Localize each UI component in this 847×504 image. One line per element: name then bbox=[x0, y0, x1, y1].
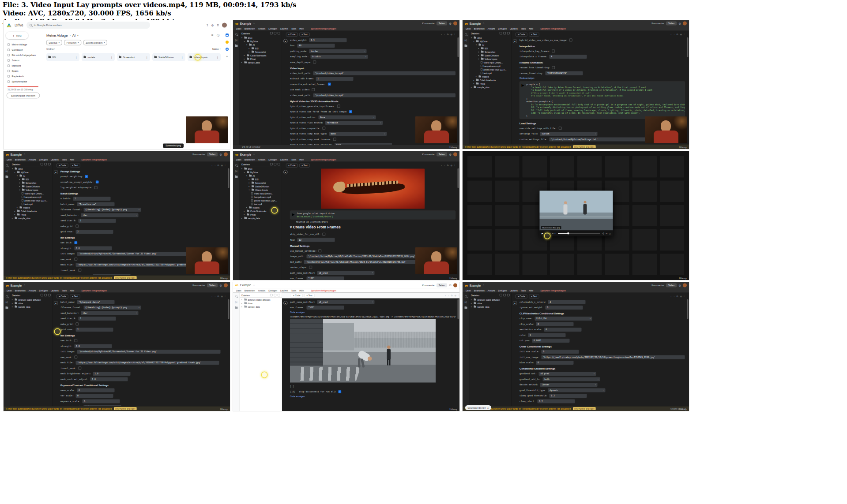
menu-item[interactable]: Ansicht bbox=[29, 289, 36, 292]
select-input[interactable]: x0_pred▾ bbox=[317, 300, 375, 304]
text-input[interactable]: "500" bbox=[307, 306, 344, 310]
text-input[interactable]: 0 bbox=[536, 361, 574, 365]
text-input[interactable]: 0.2 bbox=[538, 399, 575, 403]
tree-item[interactable]: pexels-max-lelux-1314... bbox=[10, 199, 53, 202]
checkbox[interactable] bbox=[75, 339, 78, 342]
text-input[interactable]: 2 bbox=[76, 328, 113, 332]
variables-icon[interactable]: {x} bbox=[235, 39, 237, 41]
share-button[interactable]: Teilen bbox=[437, 153, 447, 157]
tree-item[interactable]: ▸drive bbox=[10, 302, 53, 305]
text-input[interactable]: 0 bbox=[542, 350, 579, 354]
refresh-icon[interactable] bbox=[274, 294, 277, 297]
scrollbar[interactable] bbox=[687, 299, 689, 319]
avatar[interactable] bbox=[224, 284, 228, 287]
show-diff-link[interactable]: Unterschied anzeigen bbox=[114, 276, 136, 280]
run-cell-button[interactable]: ▶ bbox=[54, 170, 58, 175]
checkbox[interactable] bbox=[309, 266, 312, 269]
files-icon[interactable] bbox=[5, 307, 8, 309]
tree-item[interactable]: ▸Screenshot bbox=[10, 181, 53, 185]
text-input[interactable]: 0.0 bbox=[75, 246, 112, 250]
scrollbar[interactable] bbox=[228, 168, 230, 188]
add-text-button[interactable]: + Text bbox=[304, 294, 314, 298]
checkbox[interactable] bbox=[75, 258, 78, 261]
search-icon[interactable] bbox=[235, 34, 237, 36]
tree-item[interactable]: ▸deforum-stable-diffusion bbox=[240, 298, 282, 302]
menu-item[interactable]: Bearbeiten bbox=[245, 158, 255, 161]
tree-item[interactable]: test.mp4 bbox=[469, 71, 512, 75]
scrollbar[interactable] bbox=[458, 168, 459, 188]
gear-icon[interactable]: ⚙ bbox=[449, 22, 452, 25]
share-button[interactable]: Teilen bbox=[437, 22, 447, 26]
text-input[interactable]: '20230526084329' bbox=[546, 71, 583, 75]
frame-4-colab-batch-settings[interactable]: ∞Example☆KommentarTeilen⚙DateiBearbeiten… bbox=[4, 151, 230, 280]
tree-item[interactable]: ▸Screenshot bbox=[240, 50, 282, 54]
select-input[interactable]: x0_pred▾ bbox=[317, 271, 375, 275]
sidebar-item[interactable]: Computer bbox=[6, 47, 41, 52]
frame-2-colab-video-input[interactable]: ∞Example☆KommentarTeilen⚙DateiBearbeiten… bbox=[233, 20, 459, 149]
tree-item[interactable]: ▾Videos Inputs bbox=[469, 57, 512, 61]
share-button[interactable]: Teilen bbox=[437, 283, 447, 287]
folder-tile[interactable]: BSI⋮ bbox=[46, 53, 79, 61]
comment-button[interactable]: Kommentar bbox=[651, 284, 664, 287]
search-icon[interactable] bbox=[465, 295, 467, 298]
folder-tile[interactable]: models⋮ bbox=[82, 53, 115, 61]
text-input[interactable]: 0.8 bbox=[75, 344, 112, 348]
select-input[interactable]: bicubic▾ bbox=[311, 55, 368, 59]
avatar[interactable] bbox=[683, 22, 687, 26]
select-input[interactable]: iter▾ bbox=[81, 213, 139, 217]
menu-item[interactable]: Datei bbox=[466, 289, 471, 292]
text-input[interactable]: 4 bbox=[550, 55, 587, 59]
text-input[interactable]: 1.0 bbox=[93, 372, 131, 376]
more-options-icon[interactable]: ⋮ bbox=[216, 56, 219, 59]
menu-item[interactable]: Laufzeit bbox=[51, 289, 59, 292]
seek-bar[interactable] bbox=[558, 233, 600, 234]
select-input[interactable]: linear▾ bbox=[540, 383, 598, 387]
menu-item[interactable]: Bearbeiten bbox=[245, 27, 255, 30]
tree-item[interactable]: ▸Privat bbox=[240, 57, 282, 61]
tree-item[interactable]: hampelmann.mp4 bbox=[469, 64, 512, 68]
select-input[interactable]: x0_pred▾ bbox=[539, 372, 596, 376]
gear-icon[interactable]: ⚙ bbox=[211, 23, 214, 27]
comment-button[interactable]: Kommentar bbox=[422, 284, 434, 287]
tree-item[interactable]: ▸StableDiffusion bbox=[10, 185, 53, 188]
star-icon[interactable]: ☆ bbox=[23, 284, 26, 287]
add-text-button[interactable]: + Text bbox=[529, 33, 539, 37]
menu-item[interactable]: Tools bbox=[62, 289, 67, 292]
tree-item[interactable]: ▸sample_data bbox=[240, 217, 282, 220]
select-input[interactable]: dynamic▾ bbox=[548, 388, 606, 392]
show-code-link[interactable]: Code anzeigen bbox=[290, 396, 455, 399]
menu-item[interactable]: Tools bbox=[521, 27, 526, 30]
avatar[interactable] bbox=[453, 283, 457, 287]
variables-icon[interactable]: {x} bbox=[6, 301, 8, 303]
star-icon[interactable]: ☆ bbox=[253, 153, 255, 156]
folder-tile[interactable]: Screenshot⋮ bbox=[117, 53, 150, 61]
comment-button[interactable]: Kommentar bbox=[192, 284, 205, 287]
text-input[interactable]: 1 bbox=[79, 219, 116, 223]
tree-item[interactable]: ▸StableDiffusion bbox=[240, 185, 282, 188]
checkbox[interactable] bbox=[337, 105, 340, 108]
tree-item[interactable]: ▸sample_data bbox=[469, 86, 512, 89]
text-input[interactable]: 4 bbox=[548, 300, 586, 304]
avatar[interactable] bbox=[453, 153, 457, 157]
add-code-button[interactable]: + Code bbox=[516, 295, 527, 299]
checkbox[interactable]: ✓ bbox=[85, 175, 88, 178]
view-toggle-icons[interactable]: ≣ ⓘ bbox=[211, 34, 221, 37]
menu-item[interactable]: Laufzeit bbox=[51, 158, 59, 161]
upload-icon[interactable] bbox=[41, 294, 43, 297]
tree-item[interactable]: ▾Videos Inputs bbox=[10, 188, 53, 192]
menu-item[interactable]: Laufzeit bbox=[280, 289, 288, 292]
run-cell-button[interactable]: ▶ bbox=[283, 301, 288, 306]
text-input[interactable]: 0.3 bbox=[309, 38, 347, 42]
menu-item[interactable]: Einfügen bbox=[498, 289, 507, 292]
run-button-icon[interactable]: ▶ bbox=[292, 212, 295, 218]
files-icon[interactable] bbox=[235, 307, 237, 309]
frame-5-colab-create-video[interactable]: ∞Example☆KommentarTeilen⚙DateiBearbeiten… bbox=[233, 151, 459, 280]
settings-icon[interactable]: ⚙ bbox=[606, 232, 607, 235]
checkbox[interactable] bbox=[333, 138, 336, 141]
tree-item[interactable]: ▸drive bbox=[469, 302, 512, 305]
more-options-icon[interactable]: ⋮ bbox=[610, 191, 612, 194]
checkbox[interactable] bbox=[323, 233, 326, 236]
more-options-icon[interactable]: ⋮ bbox=[75, 56, 78, 59]
tree-item[interactable]: ▸BSI bbox=[10, 178, 53, 181]
share-button[interactable]: Teilen bbox=[207, 153, 218, 157]
